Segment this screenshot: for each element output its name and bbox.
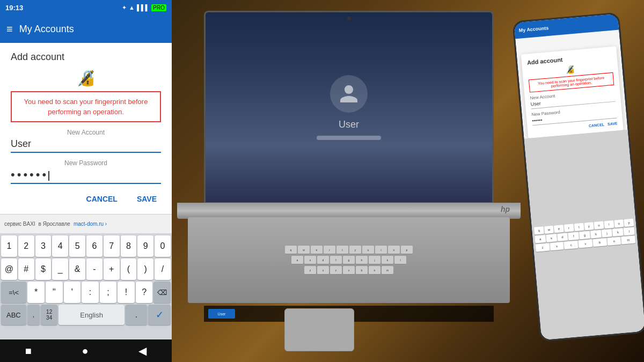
key-underscore[interactable]: _ bbox=[52, 258, 68, 280]
phone-right-key-h[interactable]: h bbox=[590, 230, 602, 238]
phone-right-key-t[interactable]: t bbox=[574, 223, 584, 231]
phone-right-key-o[interactable]: o bbox=[614, 219, 624, 227]
phone-right-key-p[interactable]: p bbox=[624, 218, 634, 226]
key-period[interactable]: . bbox=[126, 305, 147, 325]
nav-recents-button[interactable]: ■ bbox=[25, 345, 32, 357]
key-9[interactable]: 9 bbox=[137, 235, 153, 257]
key-1[interactable]: 1 bbox=[1, 235, 17, 257]
key-open-paren[interactable]: ( bbox=[121, 258, 137, 280]
key-equals-backslash[interactable]: =\< bbox=[1, 282, 26, 303]
key-checkmark[interactable]: ✓ bbox=[148, 305, 171, 325]
laptop-key: s bbox=[304, 256, 316, 264]
laptop-key: w bbox=[298, 246, 310, 254]
phone-right-key-n[interactable]: n bbox=[607, 237, 621, 245]
save-button[interactable]: SAVE bbox=[133, 193, 161, 205]
dialog-title: Add account bbox=[11, 51, 161, 63]
phone-right-key-v[interactable]: v bbox=[578, 239, 592, 248]
dialog-card: Add account 🔏 You need to scan your fing… bbox=[0, 43, 172, 214]
phone-right-key-u[interactable]: u bbox=[594, 221, 604, 229]
phone-right-key-g[interactable]: g bbox=[579, 231, 590, 239]
key-backspace[interactable]: ⌫ bbox=[153, 282, 171, 303]
nav-home-button[interactable]: ● bbox=[82, 345, 88, 357]
laptop-key: x bbox=[317, 266, 329, 275]
key-8[interactable]: 8 bbox=[121, 235, 137, 257]
laptop-key: d bbox=[317, 256, 329, 264]
phone-right-key-w[interactable]: w bbox=[544, 225, 554, 233]
laptop-screen: User bbox=[204, 11, 494, 204]
laptop-trackpad bbox=[284, 308, 354, 351]
key-asterisk[interactable]: * bbox=[27, 282, 45, 303]
phone-main: 19:13 ✦ ▲ ▌▌▌ PRO ≡ My Accounts Add acco… bbox=[0, 0, 172, 362]
key-6[interactable]: 6 bbox=[86, 235, 103, 257]
fingerprint-icon[interactable]: 🔏 bbox=[77, 69, 96, 87]
phone-right-key-j[interactable]: j bbox=[601, 229, 612, 238]
key-dollar[interactable]: $ bbox=[35, 258, 52, 280]
phone-right-key-y[interactable]: y bbox=[584, 222, 594, 230]
phone-right-key-b[interactable]: b bbox=[592, 238, 607, 247]
new-account-label: New Account bbox=[11, 129, 161, 136]
phone-right-key-f[interactable]: f bbox=[568, 232, 579, 240]
key-close-paren[interactable]: ) bbox=[137, 258, 153, 280]
phone-right-save-button[interactable]: SAVE bbox=[608, 121, 618, 126]
key-exclaim[interactable]: ! bbox=[118, 282, 135, 303]
phone-right-key-a[interactable]: a bbox=[535, 234, 546, 243]
browser-link[interactable]: mact-dom.ru › bbox=[74, 221, 107, 227]
phone-right-key-l[interactable]: l bbox=[624, 227, 635, 235]
laptop-key: i bbox=[375, 246, 387, 254]
cancel-button[interactable]: CANCEL bbox=[82, 193, 122, 205]
key-3[interactable]: 3 bbox=[35, 235, 52, 257]
keyboard-number-row: 1 2 3 4 5 6 7 8 9 0 bbox=[1, 235, 171, 257]
phone-right-key-k[interactable]: k bbox=[612, 228, 624, 237]
phone-right-key-r[interactable]: r bbox=[564, 224, 574, 232]
key-apostrophe[interactable]: ' bbox=[64, 282, 81, 303]
laptop-password-bar bbox=[317, 136, 381, 140]
account-input-row[interactable]: User bbox=[11, 137, 161, 153]
key-5[interactable]: 5 bbox=[69, 235, 85, 257]
key-0[interactable]: 0 bbox=[155, 235, 171, 257]
phone-right-dialog: Add account 🔏 You need to scan your fing… bbox=[521, 46, 624, 138]
hamburger-menu-icon[interactable]: ≡ bbox=[6, 23, 13, 35]
key-hash[interactable]: # bbox=[18, 258, 34, 280]
key-minus[interactable]: - bbox=[86, 258, 103, 280]
laptop-key: j bbox=[369, 256, 380, 264]
phone-right-key-e[interactable]: e bbox=[554, 224, 564, 232]
key-comma[interactable]: , bbox=[27, 305, 40, 325]
laptop-key: l bbox=[394, 256, 406, 264]
key-semicolon[interactable]: ; bbox=[100, 282, 117, 303]
phone-right-key-q[interactable]: q bbox=[534, 226, 544, 234]
key-language[interactable]: English bbox=[58, 305, 125, 325]
key-numbers-switch[interactable]: 1234 bbox=[41, 305, 57, 325]
key-slash[interactable]: / bbox=[155, 258, 171, 280]
laptop: User User hp q w e r t y u i o p bbox=[161, 11, 537, 322]
phone-right-key-i[interactable]: i bbox=[604, 220, 614, 228]
phone-right-appbar-title: My Accounts bbox=[518, 25, 548, 33]
key-abc[interactable]: ABC bbox=[1, 305, 26, 325]
laptop-key: b bbox=[356, 266, 368, 275]
key-7[interactable]: 7 bbox=[104, 235, 120, 257]
hp-logo-text: hp bbox=[501, 205, 510, 213]
phone-right-account-value: User bbox=[530, 101, 541, 107]
phone-right-key-s[interactable]: s bbox=[546, 234, 557, 242]
phone-right-key-x[interactable]: x bbox=[550, 242, 564, 250]
key-ampersand[interactable]: & bbox=[69, 258, 85, 280]
laptop-key: q bbox=[285, 246, 297, 254]
key-quote[interactable]: " bbox=[46, 282, 63, 303]
key-question[interactable]: ? bbox=[136, 282, 153, 303]
phone-right-cancel-button[interactable]: CANCEL bbox=[589, 123, 605, 128]
phone-right-key-d[interactable]: d bbox=[557, 233, 568, 241]
phone-right-key-z[interactable]: z bbox=[536, 243, 550, 252]
phone-right-key-c[interactable]: c bbox=[564, 240, 579, 249]
laptop-key: k bbox=[382, 256, 393, 264]
key-4[interactable]: 4 bbox=[52, 235, 68, 257]
laptop-key: u bbox=[362, 246, 374, 254]
phone-right-key-m[interactable]: m bbox=[621, 235, 635, 244]
password-input-row[interactable]: •••••• bbox=[11, 168, 161, 184]
key-plus[interactable]: + bbox=[104, 258, 120, 280]
password-input-value: •••••• bbox=[11, 168, 161, 182]
status-time: 19:13 bbox=[5, 4, 23, 12]
key-at[interactable]: @ bbox=[1, 258, 17, 280]
nav-back-button[interactable]: ◀ bbox=[138, 344, 147, 357]
key-colon[interactable]: : bbox=[82, 282, 99, 303]
laptop-key: c bbox=[330, 266, 342, 275]
key-2[interactable]: 2 bbox=[18, 235, 34, 257]
